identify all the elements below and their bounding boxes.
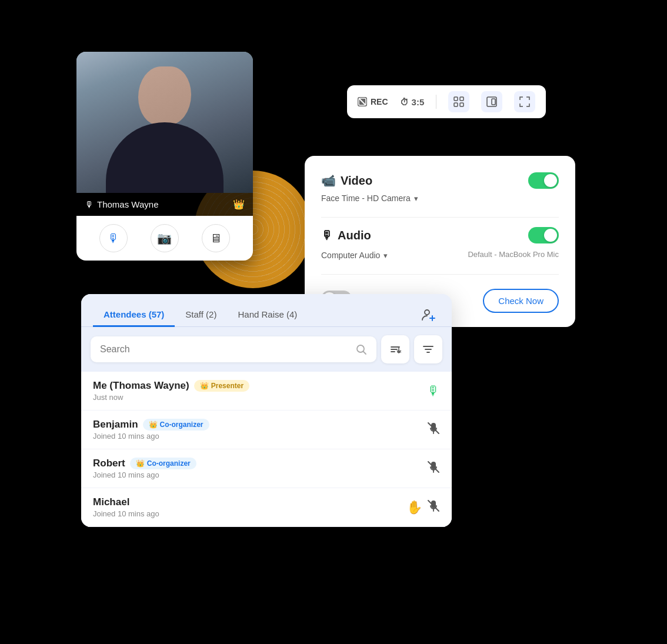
video-label: 📹 Video — [321, 173, 372, 188]
crown-icon: 👑 — [233, 199, 245, 210]
tab-hand-raise[interactable]: Hand Raise (4) — [227, 303, 308, 327]
chevron-down-icon: ▾ — [414, 194, 418, 203]
search-icon — [355, 343, 367, 355]
audio-section: 🎙 Audio Computer Audio ▾ Default - MacBo… — [321, 227, 559, 260]
video-icon: 📹 — [321, 173, 336, 188]
audio-selector[interactable]: Computer Audio ▾ — [321, 251, 388, 260]
svg-line-12 — [363, 352, 366, 355]
svg-rect-3 — [460, 97, 463, 101]
audio-toggle[interactable] — [528, 227, 559, 243]
audio-sub-row: Computer Audio ▾ Default - MacBook Pro M… — [321, 248, 559, 260]
audio-icon: 🎙 — [321, 229, 333, 242]
add-attendee-button[interactable] — [418, 304, 440, 326]
attendee-join-time: Joined 10 mins ago — [93, 471, 427, 479]
table-row: Robert 👑 Co-organizer Joined 10 mins ago — [81, 449, 452, 488]
badge-crown-icon: 👑 — [149, 421, 158, 429]
svg-rect-5 — [460, 103, 463, 106]
attendee-info: Michael Joined 10 mins ago — [93, 496, 406, 518]
attendee-join-time: Joined 10 mins ago — [93, 432, 427, 441]
timer-display: ⏱ 3:5 — [400, 97, 425, 107]
video-toggle[interactable] — [528, 172, 559, 189]
video-card: 🎙 Thomas Wayne 👑 🎙 📷 🖥 — [76, 52, 253, 261]
svg-rect-7 — [492, 99, 495, 105]
table-row: Michael Joined 10 mins ago ✋ — [81, 488, 452, 527]
recording-toolbar: REC ⏱ 3:5 — [347, 85, 546, 118]
camera-control-button[interactable]: 📷 — [151, 224, 179, 252]
attendee-name: Robert 👑 Co-organizer — [93, 458, 427, 469]
tabs-row: Attendees (57) Staff (2) Hand Raise (4) — [81, 294, 452, 327]
share-control-button[interactable]: 🖥 — [202, 224, 230, 252]
presenter-badge: 👑 Presenter — [194, 380, 249, 392]
svg-rect-2 — [454, 97, 458, 101]
grid-view-button[interactable] — [448, 91, 469, 112]
svg-point-8 — [425, 310, 429, 315]
table-row: Benjamin 👑 Co-organizer Joined 10 mins a… — [81, 411, 452, 449]
attendee-list: Me (Thomas Wayne) 👑 Presenter Just now 🎙… — [81, 372, 452, 527]
search-box[interactable] — [91, 336, 376, 362]
video-person-name: 🎙 Thomas Wayne — [85, 199, 158, 209]
tab-staff[interactable]: Staff (2) — [175, 303, 227, 327]
toolbar-divider — [436, 95, 436, 109]
video-row: 📹 Video — [321, 172, 559, 189]
filter-button[interactable] — [414, 335, 442, 363]
svg-line-0 — [359, 99, 365, 105]
co-organizer-badge: 👑 Co-organizer — [143, 419, 209, 431]
attendees-panel: Attendees (57) Staff (2) Hand Raise (4) — [81, 294, 452, 527]
settings-divider — [321, 217, 559, 218]
hand-raise-icon: ✋ — [406, 500, 422, 515]
video-name-bar: 🎙 Thomas Wayne 👑 — [76, 193, 253, 216]
table-row: Me (Thomas Wayne) 👑 Presenter Just now 🎙 — [81, 372, 452, 411]
mic-name: Default - MacBook Pro Mic — [468, 250, 559, 259]
video-frame — [76, 52, 253, 193]
video-section: 📹 Video Face Time - HD Camera ▾ — [321, 172, 559, 203]
attendee-join-time: Just now — [93, 393, 427, 402]
attendee-join-time: Joined 10 mins ago — [93, 509, 406, 518]
badge-crown-icon: 👑 — [200, 382, 209, 390]
attendee-name: Me (Thomas Wayne) 👑 Presenter — [93, 380, 427, 392]
attendee-info: Me (Thomas Wayne) 👑 Presenter Just now — [93, 380, 427, 402]
fullscreen-button[interactable] — [514, 91, 535, 112]
video-person — [76, 52, 253, 193]
mic-on-icon: 🎙 — [427, 383, 440, 399]
check-now-button[interactable]: Check Now — [483, 289, 559, 313]
sort-button[interactable]: A Z — [381, 335, 409, 363]
settings-divider-2 — [321, 274, 559, 275]
audio-label: 🎙 Audio — [321, 229, 371, 242]
svg-rect-4 — [454, 103, 458, 106]
rec-label: REC — [371, 97, 388, 106]
video-controls: 🎙 📷 🖥 — [76, 216, 253, 261]
co-organizer-badge: 👑 Co-organizer — [130, 458, 196, 469]
mic-off-icon — [427, 422, 440, 438]
audio-chevron-icon: ▾ — [383, 251, 388, 260]
search-row: A Z — [81, 327, 452, 372]
badge-crown-icon: 👑 — [136, 459, 145, 468]
search-input[interactable] — [100, 344, 349, 355]
attendee-info: Robert 👑 Co-organizer Joined 10 mins ago — [93, 458, 427, 479]
mic-icon: 🎙 — [85, 199, 94, 209]
mic-control-button[interactable]: 🎙 — [99, 224, 128, 252]
mic-off-icon — [427, 461, 440, 477]
attendee-name: Benjamin 👑 Co-organizer — [93, 419, 427, 431]
attendee-name: Michael — [93, 496, 406, 508]
rec-slash-icon — [358, 97, 367, 106]
timer-icon: ⏱ — [400, 97, 409, 107]
rec-button[interactable]: REC — [358, 97, 388, 106]
camera-selector[interactable]: Face Time - HD Camera ▾ — [321, 193, 559, 203]
attendee-info: Benjamin 👑 Co-organizer Joined 10 mins a… — [93, 419, 427, 441]
tab-attendees[interactable]: Attendees (57) — [93, 303, 175, 327]
audio-row: 🎙 Audio — [321, 227, 559, 243]
mic-off-icon — [427, 499, 440, 516]
window-view-button[interactable] — [481, 91, 502, 112]
